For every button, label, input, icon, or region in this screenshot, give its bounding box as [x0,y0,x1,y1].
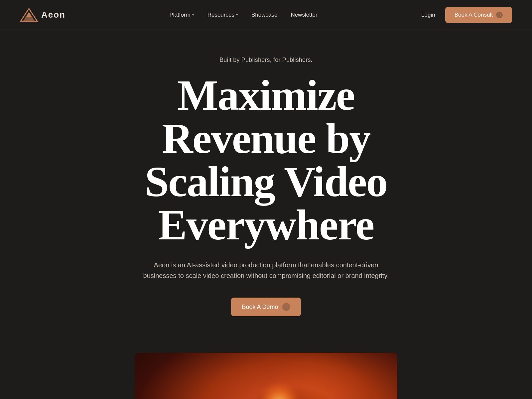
nav-item-showcase[interactable]: Showcase [251,12,277,18]
nav-item-newsletter[interactable]: Newsletter [291,12,317,18]
book-consult-arrow-icon: → [496,12,503,18]
nav-right: Login Book A Consult → [421,7,512,23]
login-link[interactable]: Login [421,12,435,18]
hero-subtext: Aeon is an AI-assisted video production … [136,260,396,281]
hero-section: Built by Publishers, for Publishers. Max… [0,30,532,399]
book-demo-button[interactable]: Book A Demo → [231,298,301,316]
nav-links: Platform ▾ Resources ▾ Showcase Newslett… [169,12,317,18]
book-demo-arrow-icon: → [282,303,290,311]
resources-chevron-icon: ▾ [236,13,238,17]
video-preview[interactable]: aeon [135,353,397,399]
logo[interactable]: Aeon [20,8,66,22]
navbar: Aeon Platform ▾ Resources ▾ Showcase New… [0,0,532,30]
svg-marker-2 [26,12,32,17]
logo-wordmark: Aeon [41,10,66,20]
hero-headline: Maximize Revenue by Scaling Video Everyw… [103,73,429,246]
nav-item-platform[interactable]: Platform ▾ [169,12,194,18]
hero-tagline: Built by Publishers, for Publishers. [103,57,429,64]
platform-chevron-icon: ▾ [192,13,194,17]
book-consult-button[interactable]: Book A Consult → [445,7,512,23]
nav-item-resources[interactable]: Resources ▾ [207,12,238,18]
